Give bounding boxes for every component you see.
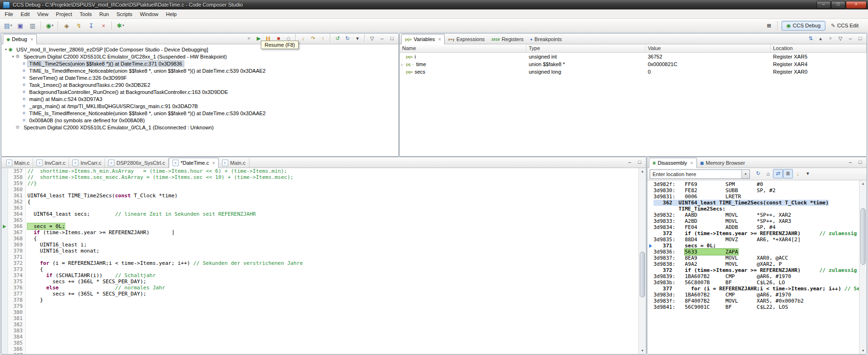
menu-run[interactable]: Run (95, 10, 112, 18)
stack-frame-row[interactable]: ≡BackgroundTaskController_RunOnce() at B… (1, 88, 398, 95)
scrollbar-thumb[interactable] (640, 252, 645, 297)
print-button-icon[interactable]: ▥ (26, 20, 39, 31)
breakpoint-margin[interactable] (1, 303, 8, 309)
tab-memory-browser[interactable]: ▦Memory Browser (697, 158, 748, 168)
menu-tools[interactable]: Tools (76, 10, 96, 18)
breakpoint-margin[interactable] (1, 297, 8, 303)
menu-view[interactable]: View (34, 10, 52, 18)
minimize-icon[interactable]: – (845, 157, 855, 167)
line-number[interactable]: 374 (8, 272, 26, 279)
variable-row-secs[interactable]: (x)=secsunsigned long0Register XAR0 (400, 68, 867, 76)
breakpoint-margin[interactable] (1, 236, 8, 242)
asm-step-into-icon[interactable]: ↓ (793, 169, 803, 178)
code-line-379[interactable]: 379 (1, 303, 646, 309)
save-button-icon[interactable]: ▣ (14, 20, 26, 31)
code-line-366[interactable]: 366 secs = 0L; (1, 223, 646, 229)
expander-icon[interactable]: ▼ (3, 48, 9, 51)
maximize-icon[interactable]: □ (387, 34, 397, 43)
line-number[interactable]: 370 (8, 248, 26, 254)
code-line-363[interactable]: 363 (1, 205, 646, 211)
code-line-380[interactable]: 380 (1, 309, 646, 315)
disasm-row-9[interactable]: 3d9835: 88D4 MOVZ AR6, *+XAR4[2] (647, 237, 867, 243)
line-number[interactable]: 373 (8, 266, 26, 272)
breakpoint-margin[interactable] (1, 352, 8, 354)
disasm-row-7[interactable]: 3d9834: FE04 ADDB SP, #4 (647, 224, 867, 230)
code-line-362[interactable]: 362{ (1, 199, 646, 205)
code-line-384[interactable]: 384 (1, 334, 646, 340)
column-header-location[interactable]: Location (771, 44, 867, 52)
maximize-button[interactable]: □ (831, 1, 845, 9)
breakpoint-margin[interactable] (1, 254, 8, 260)
disassembly-scrollbar[interactable]: ▲ ▼ (859, 180, 867, 354)
stack-frame-row[interactable]: ≡main() at Main.c:524 0x3D97A3 (1, 95, 398, 102)
code-line-369[interactable]: 369 UINT16_least i; (1, 242, 646, 248)
line-number[interactable]: 379 (8, 303, 26, 309)
line-number[interactable]: 377 (8, 291, 26, 297)
refresh-icon[interactable]: ↻ (753, 169, 763, 178)
menu-window[interactable]: Window (136, 10, 162, 18)
line-number[interactable]: 372 (8, 260, 26, 266)
stack-frame-row[interactable]: ≡TIME_Is_Timedifference_Noticeable(union… (1, 110, 398, 117)
stack-frame-row[interactable]: ≡0x008A0B (no symbols are defined for 0x… (1, 117, 398, 124)
line-number[interactable]: 362 (8, 199, 26, 205)
titlebar[interactable]: CCS Debug - C:\Projekte\DSP\USV_mod_II\C… (0, 0, 868, 9)
debug-tree-row[interactable]: ▼◉USV_mod_II_Inverter_28069_ezDSP [Code … (1, 46, 398, 53)
disasm-row-19[interactable]: 3d983f: 8F4007B2 MOVL XAR5, #0x0007b2 (647, 298, 867, 304)
tab-registers[interactable]: 1010Registers (488, 34, 527, 44)
editor-tab-dsp2806x-sysctrl-c[interactable]: cDSP2806x_SysCtrl.c (105, 158, 169, 168)
disasm-row-17[interactable]: 377 for (i = REFERENZJAHR;i < time->Item… (647, 286, 867, 292)
code-line-375[interactable]: 375 secs += (366L * SECS_PER_DAY); (1, 279, 646, 285)
code-line-386[interactable]: 386 (1, 346, 646, 352)
code-line-385[interactable]: 385 (1, 340, 646, 346)
breakpoint-margin[interactable] (1, 321, 8, 328)
tab-disassembly[interactable]: ≣Disassembly× (649, 158, 697, 168)
breakpoint-margin[interactable] (1, 223, 8, 229)
perspective-ccs-edit[interactable]: ✎CCS Edit (826, 21, 863, 31)
line-number[interactable]: 380 (8, 309, 26, 315)
line-number[interactable]: 368 (8, 236, 26, 242)
disasm-row-11[interactable]: 3d9836: 5633 ZAPA (647, 249, 867, 255)
code-line-360[interactable]: 360 (1, 186, 646, 193)
line-number[interactable]: 378 (8, 297, 26, 303)
disasm-row-14[interactable]: 372 if (time->Items.year >= REFERENZJAHR… (647, 267, 867, 273)
breakpoint-margin[interactable] (1, 248, 8, 254)
new-file-button-icon[interactable]: ▤▾ (2, 20, 14, 31)
editor-tab-invcarr-c[interactable]: cInvCarr.c (69, 158, 105, 168)
breakpoint-margin[interactable] (1, 346, 8, 352)
line-number[interactable]: 365 (8, 217, 26, 223)
breakpoint-margin[interactable] (1, 186, 8, 193)
code-line-376[interactable]: 376 else // normales Jahr (1, 285, 646, 291)
variable-row-time[interactable]: ▷(x)→timeunion $$fake8 *0x0000821CRegist… (400, 60, 867, 68)
disasm-row-8[interactable]: 372 if (time->Items.year >= REFERENZJAHR… (647, 230, 867, 237)
code-line-374[interactable]: 374 if (SCHALTJAHR(i)) // Schaltjahr (1, 272, 646, 279)
breakpoint-margin[interactable] (1, 266, 8, 272)
disasm-row-15[interactable]: 3d9839: 1BA607B2 CMP @AR6, #1970 (647, 273, 867, 279)
disasm-row-12[interactable]: 3d9837: 8EA9 MOVL XAR0, @ACC (647, 255, 867, 261)
scroll-down-icon[interactable]: ▼ (639, 347, 646, 354)
line-number[interactable]: 381 (8, 315, 26, 321)
menu-scripts[interactable]: Scripts (112, 10, 136, 18)
close-tab-icon[interactable]: × (438, 37, 441, 42)
line-number[interactable]: 357 (8, 168, 26, 174)
stack-frame-row[interactable]: ≡TIME_Time2Secs(union $$fake8 *)() at Da… (1, 60, 398, 67)
step-over-icon[interactable]: ↷ (308, 34, 318, 43)
disasm-row-0[interactable]: 3d982f: FF69 SPM #0 (647, 181, 867, 187)
more-dropdown-icon[interactable]: ▾ (352, 34, 362, 43)
line-number[interactable]: 366 (8, 223, 26, 229)
breakpoint-margin[interactable] (1, 180, 8, 186)
code-line-381[interactable]: 381 (1, 315, 646, 321)
menu-project[interactable]: Project (52, 10, 76, 18)
remove-selected-icon[interactable]: × (825, 34, 835, 43)
disasm-row-4[interactable]: TIME_Time2Secs: (647, 206, 867, 212)
location-combo[interactable]: Enter location here ▾ (650, 169, 750, 179)
breakpoint-margin[interactable] (1, 328, 8, 334)
disasm-row-13[interactable]: 3d9838: A9A2 MOVL @XAR2, P (647, 261, 867, 267)
scrollbar-thumb[interactable] (860, 208, 866, 265)
code-line-357[interactable]: 357// shorttime->Items.h_min.AsArray = (… (1, 168, 646, 174)
combo-dropdown-icon[interactable]: ▾ (741, 170, 749, 178)
menu-help[interactable]: Help (162, 10, 180, 18)
code-line-361[interactable]: 361UINT64_least TIME_Time2Secs(const T_C… (1, 193, 646, 199)
external-tools-button-icon[interactable]: ✱▾ (114, 20, 127, 31)
maximize-icon[interactable]: □ (635, 157, 645, 167)
maximize-icon[interactable]: □ (855, 157, 865, 167)
